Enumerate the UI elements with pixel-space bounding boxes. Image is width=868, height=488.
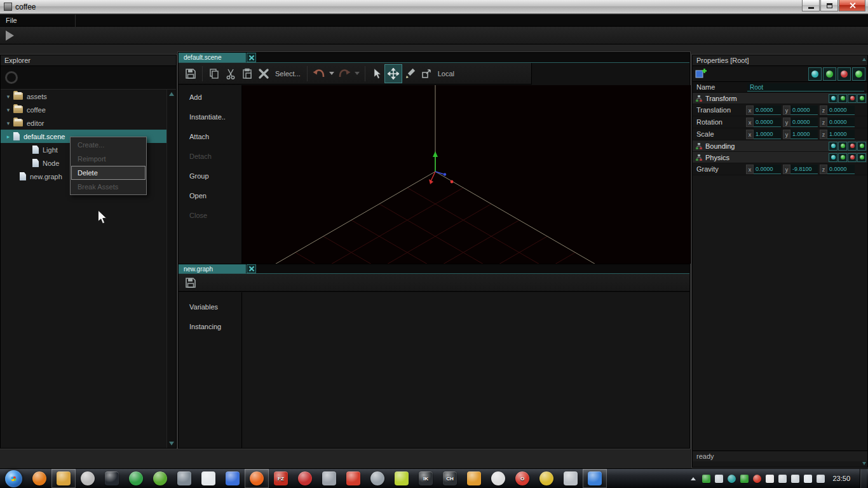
taskbar-app[interactable] [365, 469, 390, 488]
minimize-button[interactable] [802, 0, 820, 11]
value-y-field[interactable]: 0.0000 [790, 118, 818, 127]
context-menu-item[interactable]: Reimport [71, 152, 146, 166]
copy-button[interactable] [206, 65, 222, 83]
play-icon[interactable] [6, 30, 14, 41]
taskbar-app[interactable] [317, 469, 341, 488]
teal-ball-button[interactable] [808, 67, 822, 81]
scene-menu-item[interactable]: Open [179, 186, 241, 206]
green2-toggle-button[interactable] [857, 153, 866, 162]
scroll-up-icon[interactable] [169, 92, 174, 96]
tab-close-button[interactable] [247, 53, 256, 62]
undo-history-caret-icon[interactable] [329, 72, 334, 75]
viewport-3d[interactable] [242, 85, 691, 264]
tree-expander-icon[interactable]: ▾ [3, 93, 13, 100]
taskbar-app[interactable]: IK [414, 469, 438, 488]
teal-toggle-button[interactable] [829, 94, 837, 103]
tray-volume-icon[interactable] [778, 475, 787, 483]
maximize-button[interactable] [820, 0, 838, 11]
red-toggle-button[interactable] [848, 142, 857, 151]
taskbar-app[interactable] [172, 469, 196, 488]
redo-history-caret-icon[interactable] [355, 72, 360, 75]
taskbar-app[interactable] [534, 469, 559, 488]
graph-menu-item[interactable]: Instancing [179, 317, 241, 337]
red-ball-button[interactable] [837, 67, 851, 81]
scene-menu-item[interactable]: Detach [179, 147, 241, 166]
cut-button[interactable] [222, 65, 239, 83]
delete-button[interactable] [255, 65, 272, 83]
value-z-field[interactable]: 0.0000 [827, 165, 855, 174]
tree-item[interactable]: ▾ coffee [1, 103, 166, 116]
close-button[interactable] [839, 0, 865, 11]
taskbar-app[interactable] [196, 469, 220, 488]
taskbar-app[interactable]: FZ [269, 469, 293, 488]
red-toggle-button[interactable] [848, 153, 857, 162]
name-field[interactable]: Root [747, 83, 864, 92]
section-physics[interactable]: Physics [693, 152, 867, 163]
properties-scroll-down-icon[interactable] [862, 462, 866, 465]
scene-menu-item[interactable]: Group [179, 166, 241, 186]
value-x-field[interactable]: 0.0000 [754, 165, 781, 174]
context-menu-item[interactable]: Create... [71, 138, 146, 152]
tab-default-scene[interactable]: default.scene [179, 53, 246, 62]
taskbar-app[interactable] [51, 469, 76, 488]
green-ball-button[interactable] [823, 67, 836, 81]
clock[interactable]: 23:50 [832, 475, 850, 482]
taskbar-app[interactable] [559, 469, 583, 488]
value-x-field[interactable]: 1.0000 [754, 130, 781, 139]
value-y-field[interactable]: 1.0000 [790, 130, 818, 139]
graph-menu-item[interactable]: Variables [179, 297, 241, 317]
redo-button[interactable] [336, 65, 353, 83]
scene-menu-item[interactable]: Add [179, 88, 241, 107]
tray-red-icon[interactable] [753, 475, 761, 483]
taskbar-app[interactable] [293, 469, 317, 488]
value-y-field[interactable]: -9.8100 [790, 165, 818, 174]
tree-expander-icon[interactable]: ▾ [3, 107, 13, 113]
taskbar-app[interactable]: CH [438, 469, 462, 488]
explorer-search-bar[interactable] [1, 66, 176, 90]
green2-ball-button[interactable] [852, 67, 865, 81]
scene-menu-item[interactable]: Close [179, 206, 241, 226]
teal-toggle-button[interactable] [829, 153, 837, 162]
green-toggle-button[interactable] [838, 94, 847, 103]
teal-toggle-button[interactable] [829, 142, 837, 151]
tray-pen-icon[interactable] [817, 475, 825, 483]
section-bounding[interactable]: Bounding [693, 140, 867, 152]
menu-file[interactable]: File [0, 17, 23, 24]
pointer-tool-button[interactable] [369, 65, 385, 83]
taskbar-app[interactable] [341, 469, 365, 488]
taskbar-app[interactable] [124, 469, 148, 488]
taskbar-app[interactable]: O [510, 469, 534, 488]
move-tool-button[interactable] [385, 65, 402, 83]
context-menu-item[interactable]: Delete [71, 166, 146, 180]
properties-scroll-up-icon[interactable] [862, 58, 866, 61]
tree-item[interactable]: ▾ editor [1, 116, 166, 130]
transform-space-label[interactable]: Local [438, 70, 454, 78]
green2-toggle-button[interactable] [857, 94, 866, 103]
taskbar-app[interactable] [148, 469, 172, 488]
start-button[interactable] [5, 470, 22, 487]
taskbar-app[interactable] [245, 469, 269, 488]
undo-button[interactable] [311, 65, 327, 83]
tab-new-graph[interactable]: new.graph [179, 264, 246, 273]
green-toggle-button[interactable] [838, 142, 847, 151]
taskbar-app[interactable] [583, 469, 607, 488]
value-x-field[interactable]: 0.0000 [754, 118, 781, 127]
tray-shield-icon[interactable] [740, 475, 749, 483]
section-transform[interactable]: Transform [693, 93, 867, 104]
save-button[interactable] [182, 274, 199, 292]
tree-item[interactable]: ▾ assets [1, 90, 166, 103]
taskbar-app[interactable] [486, 469, 510, 488]
rotate-pen-tool-button[interactable] [402, 65, 418, 83]
green2-toggle-button[interactable] [857, 142, 866, 151]
value-z-field[interactable]: 1.0000 [827, 130, 855, 139]
context-menu-item[interactable]: Break Assets [71, 180, 146, 194]
taskbar-app[interactable] [390, 469, 414, 488]
tree-expander-icon[interactable]: ▸ [3, 133, 13, 140]
taskbar-app[interactable] [76, 469, 100, 488]
scene-menu-item[interactable]: Instantiate.. [179, 107, 241, 127]
scroll-down-icon[interactable] [169, 442, 174, 445]
value-y-field[interactable]: 0.0000 [790, 105, 818, 115]
red-toggle-button[interactable] [848, 94, 857, 103]
tab-close-button[interactable] [247, 264, 256, 273]
taskbar-app[interactable] [27, 469, 51, 488]
